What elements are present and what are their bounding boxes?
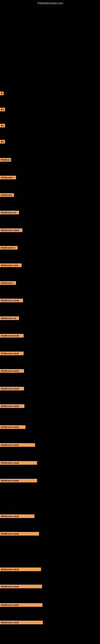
result-item: Bottleneck result	[0, 620, 100, 625]
result-item: Bottleneck res	[0, 210, 100, 215]
result-item: Bottleneck result	[0, 368, 100, 374]
result-item: Bottleneck result	[0, 228, 100, 233]
site-title: TheBottlenecker.com	[0, 0, 100, 6]
result-label: Bottleneck result	[0, 425, 25, 429]
result-item: Bottleneck result	[0, 584, 100, 589]
result-label: Bottleneck result	[0, 514, 34, 518]
result-item: Bottleneck result	[0, 566, 100, 572]
result-item: Bottleneck result	[0, 350, 100, 356]
result-label: Bottleneck	[0, 193, 14, 197]
result-label: Bottleneck result	[0, 461, 37, 465]
result-label: Bottleneck result	[0, 443, 35, 447]
result-label: Bottleneck result	[0, 479, 37, 482]
result-label: Bottleneck result	[0, 387, 24, 390]
result-label: Bottleneck resul	[0, 264, 22, 267]
result-item: Bottlene	[0, 157, 100, 162]
result-item: Bottleneck result	[0, 478, 100, 484]
result-item: Bottleneck res	[0, 315, 100, 321]
result-item: Bo	[0, 139, 100, 144]
result-label: Bottleneck result	[0, 532, 39, 536]
result-item: Bottleneck result	[0, 514, 100, 519]
result-item: Bottleneck result	[0, 442, 100, 448]
result-item: Bottleneck result	[0, 386, 100, 392]
result-label: Bo	[0, 140, 5, 144]
result-label: Bottleneck result	[0, 334, 24, 338]
result-item: Bo	[0, 107, 100, 112]
result-label: Bottleneck result	[0, 404, 24, 408]
result-item: B	[0, 90, 100, 96]
result-label: Bottleneck re	[0, 246, 18, 250]
result-item: Bottleneck resul	[0, 262, 100, 268]
result-label: Bottleneck r	[0, 281, 16, 285]
result-label: B	[0, 92, 3, 95]
result-item: Bottleneck re	[0, 245, 100, 250]
result-label: Bottleneck result	[0, 299, 23, 302]
result-item: Bottleneck result	[0, 460, 100, 466]
result-item: Bottleneck r	[0, 175, 100, 180]
result-label: Bo	[0, 124, 5, 128]
result-label: Bo	[0, 108, 5, 111]
result-item: Bo	[0, 123, 100, 128]
result-label: Bottleneck res	[0, 316, 19, 320]
result-label: Bottleneck result	[0, 228, 22, 232]
result-item: Bottleneck result	[0, 531, 100, 536]
result-label: Bottleneck result	[0, 585, 42, 588]
result-label: Bottleneck res	[0, 211, 19, 214]
result-item: Bottleneck result	[0, 403, 100, 409]
result-label: Bottleneck r	[0, 176, 16, 179]
result-label: Bottleneck result	[0, 621, 43, 624]
result-item: Bottleneck result	[0, 298, 100, 303]
result-label: Bottleneck result	[0, 568, 41, 571]
result-label: Bottleneck result	[0, 352, 24, 355]
result-item: Bottleneck r	[0, 280, 100, 286]
result-label: Bottleneck result	[0, 603, 42, 607]
result-item: Bottleneck result	[0, 424, 100, 430]
result-label: Bottleneck result	[0, 369, 24, 373]
result-label: Bottlene	[0, 158, 11, 162]
result-item: Bottleneck result	[0, 333, 100, 338]
result-item: Bottleneck result	[0, 602, 100, 608]
result-item: Bottleneck	[0, 192, 100, 198]
